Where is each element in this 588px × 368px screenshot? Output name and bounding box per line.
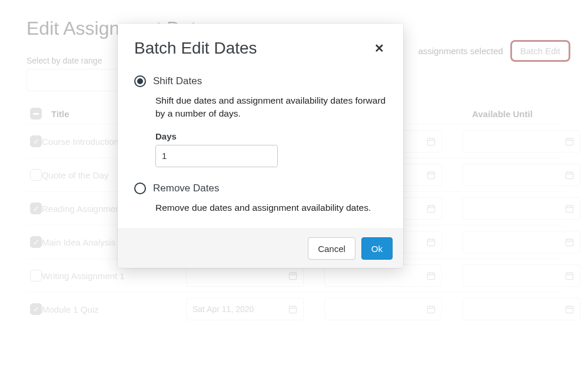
remove-dates-description: Remove due dates and assignment availabi… xyxy=(155,201,387,214)
radio-icon xyxy=(134,183,146,194)
ok-button[interactable]: Ok xyxy=(361,237,393,260)
days-label: Days xyxy=(155,131,387,141)
modal-footer: Cancel Ok xyxy=(118,228,403,268)
days-field: Days xyxy=(155,131,387,167)
remove-dates-label: Remove Dates xyxy=(153,183,219,194)
batch-edit-modal: Batch Edit Dates ✕ Shift Dates Shift due… xyxy=(118,24,403,268)
modal-title: Batch Edit Dates xyxy=(134,39,257,58)
shift-dates-description: Shift due dates and assignment availabil… xyxy=(155,94,387,121)
remove-dates-option[interactable]: Remove Dates xyxy=(134,183,387,194)
modal-body: Shift Dates Shift due dates and assignme… xyxy=(118,61,403,228)
days-input[interactable] xyxy=(156,145,278,167)
days-stepper xyxy=(155,145,278,167)
cancel-button[interactable]: Cancel xyxy=(308,237,356,260)
modal-header: Batch Edit Dates ✕ xyxy=(118,24,403,61)
shift-dates-label: Shift Dates xyxy=(153,75,202,87)
radio-icon xyxy=(134,75,146,87)
close-icon[interactable]: ✕ xyxy=(372,39,387,58)
shift-dates-option[interactable]: Shift Dates xyxy=(134,75,387,87)
